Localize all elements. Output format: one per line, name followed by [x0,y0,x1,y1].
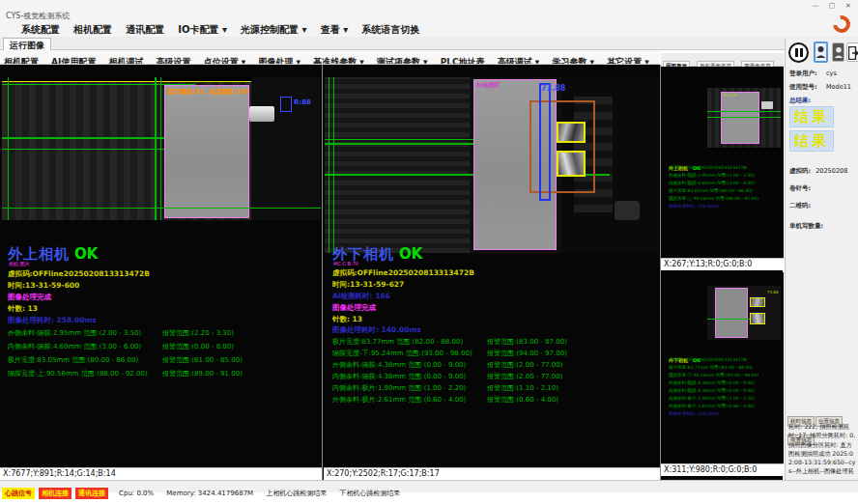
write-count-field: 单机写数量: [789,213,823,232]
upper-thumb-coords: X:267;Y:13;R:0;G:0;B:0 [661,258,784,270]
qr-code-field: 二维码: [789,193,811,211]
measurement-row: 极片宽度:83.05mm 范围:(80.00 - 86.00)报警范围:(81.… [8,355,317,365]
measurement-row: 内侧余料-隔膜:4.60mm 范围:(3.00 - 6.00)报警范围:(0.0… [8,342,317,351]
tool-plc-address[interactable]: PLC地址表 [441,56,485,65]
upper-camera-image[interactable]: 固定阈值:93, 动态阈值:100 R:88 [2,77,321,220]
user-login-button[interactable] [814,42,828,63]
thumb-text-row: 内侧余料-隔膜:4.60mm 范围:(3.00 - 6.00) [669,181,780,185]
exit-door-icon [848,46,858,60]
model-value: Mode11 [826,83,851,91]
tool-image-processing[interactable]: 图像处理 ▾ [258,56,300,65]
result-box-2: 结果 [789,130,834,152]
ai-region-label: AI检测区 [476,81,500,90]
menu-camera-config[interactable]: 相机配置 [73,22,112,37]
tool-ai-config[interactable]: AI使用配置 [51,56,96,65]
thumb-text-row: 隔膜宽度-上:90.56mm 范围:(88.00 - 92.00) [669,196,780,201]
upper-camera-result: OK [74,245,98,263]
pause-button[interactable] [788,42,809,63]
login-user-label: 登录用户: [789,70,817,78]
lower-status-line: 图像处理完成 [332,303,376,313]
user-icon [815,45,826,59]
tab-run-image[interactable]: 运行图像 [3,38,51,50]
tool-learning-params[interactable]: 学习参数 ▾ [552,56,594,65]
menu-bar: 系统配置 相机配置 通讯配置 IO卡配置 ▾ 光源控制配置 ▾ 查看 ▾ 系统语… [0,21,858,37]
upper-thumbnail-panel[interactable]: 93 100 外上相机 OK 虚拟码:OFFline20250208133134… [661,67,784,270]
lower-barcode-line: 虚拟码:OFFline2025020813313472B [332,268,474,278]
lower-camera-subtitle: MC:C B:70 [333,261,358,266]
thumb-text-row: 图像处理耗时: 140.00ms [669,411,780,416]
lower-thumbnail-image: 73.88 [707,286,781,340]
tool-other-settings[interactable]: 其它设置 ▾ [607,56,649,65]
menu-system-config[interactable]: 系统配置 [21,22,60,37]
title-bar: CYS-视觉检测系统 — □ ✕ [0,0,858,21]
tool-position-settings[interactable]: 点位设置 ▾ [204,56,246,65]
tool-advanced-settings[interactable]: 高级设置 [157,56,191,65]
tool-advanced-debug[interactable]: 高级调试 ▾ [498,56,540,65]
measurement-row: 外侧余料-极片:2.61mm 范围:(0.60 - 4.00)报警范围:(0.6… [332,395,656,405]
app-window: CYS-视觉检测系统 — □ ✕ C 系统配置 相机配置 通讯配置 IO卡配置 … [0,0,858,504]
blue-marker-box [280,97,292,112]
lower-thumbnail-panel[interactable]: 73.88 外下相机 OK 虚拟码:OFFline202502081331347… [661,272,784,476]
heartbeat-status-badge: 心跳信号 [2,488,35,499]
menu-language-switch[interactable]: 系统语言切换 [361,22,419,37]
status-bar: 心跳信号相机连接通讯连接 Cpu: 0.0% Memory: 3424.4179… [0,480,858,492]
processing-info-text: 耗时: 222, 拍照检测耗时: 17, 拍照分类耗时: 0, 拍照图像分区耗时… [788,422,857,478]
thumb-text-row: 内侧余料-隔膜:4.38mm 范围:(0.00 - 9.00) [669,388,780,393]
lower-camera-heartbeat-text: 下相机心跳检测结果 [339,489,400,498]
thumb-text-row: 外侧余料-隔膜:2.95mm 范围:(2.00 - 3.50) [669,173,780,178]
lower-time-line: 时间:13-31-59-627 [332,280,404,290]
upper-camera-subtitle: 相机:图片 [9,261,30,266]
maximize-button[interactable]: □ [824,1,840,12]
tool-test-params[interactable]: 测试项参数 ▾ [377,56,428,65]
tool-camera-debug[interactable]: 相机调试 [109,56,144,65]
panel-divider [322,65,323,480]
measurement-row: 内侧余料-隔膜:4.38mm 范围:(0.00 - 9.00)报警范围:(2.0… [332,372,656,381]
lower-ai-time-line: AI检测耗时: 166 [332,292,390,301]
memory-usage-text: Memory: 3424.4179687M [166,490,253,497]
probe-object [249,106,274,122]
thumb-text-row: 外侧余料-极片:2.61mm 范围:(0.60 - 4.00) [669,404,780,408]
thumb-text-row: 虚拟码:OFFline2025020813313472B [669,165,780,170]
menu-io-config[interactable]: IO卡配置 ▾ [178,22,227,37]
tab-detect-box-1 [557,122,586,143]
menu-view[interactable]: 查看 ▾ [321,22,349,37]
thumb-overlay-label: 73.88 [767,290,778,294]
cpu-usage-text: Cpu: 0.0% [119,490,154,497]
thumb-text-row: 极片宽度:83.77mm 范围:(82.00 - 88.00) [669,365,780,370]
menu-light-config[interactable]: 光源控制配置 ▾ [241,22,307,37]
blue-marker-label: R:88 [294,98,311,106]
lower-camera-coords: X:270;Y:2502;R:17;G:17;B:17 [324,467,660,480]
upper-barcode-line: 虚拟码:OFFline2025020813313472B [8,269,150,279]
measurement-row: 隔膜宽度-上:90.56mm 范围:(88.00 - 92.00)报警范围:(8… [8,369,317,378]
user-dark-icon [834,46,844,59]
pause-icon [795,48,798,57]
close-button[interactable]: ✕ [841,1,856,12]
lower-camera-result: OK [399,245,422,263]
user-manage-button[interactable] [832,42,844,62]
tool-baseline-params[interactable]: 基准线参数 ▾ [313,56,364,65]
thumb-layout-tabs: 画面显示 所有画面布局 两画面布局 [661,53,784,67]
thumb-overlay-label: 93 100 [723,93,736,98]
upper-needle-line: 针数: 13 [8,304,38,314]
control-panel: 登录用户: cys 使用型号: Mode11 总结果: 结果 结果 虚拟码: 2… [785,39,858,480]
exit-button[interactable] [846,42,858,62]
tool-camera-config[interactable]: 相机配置 [4,56,39,65]
lower-process-time-line: 图像处理耗时: 140.00ms [332,325,421,335]
upper-process-time-line: 图像处理耗时: 258.00ms [8,316,97,325]
upper-camera-heartbeat-text: 上相机心跳检测结果 [266,489,327,498]
lower-needle-line: 针数: 13 [332,315,362,324]
lower-camera-image[interactable]: AI检测区 73.88 [325,77,659,253]
result-box-1: 结果 [789,106,834,127]
film-region-box [164,85,249,218]
thumb-text-row: 极片宽度:83.05mm 范围:(80.00 - 86.00) [669,188,780,193]
threshold-overlay-label: 固定阈值:93, 动态阈值:100 [167,88,249,97]
thumb-text-row: 虚拟码:OFFline2025020813313472B [669,357,780,362]
upper-camera-coords: X:7677;Y:891;R:14;G:14;B:14 [0,467,322,480]
needle-no-field: 卷针号: [789,176,811,194]
menu-comm-config[interactable]: 通讯配置 [126,22,164,37]
barcode-field: 虚拟码: 20250208 [789,158,847,177]
minimize-button[interactable]: — [808,1,823,12]
toolbar: 相机配置 AI使用配置 相机调试 高级设置 点位设置 ▾ 图像处理 ▾ 基准线参… [0,50,660,65]
thumb-text-row: 内侧余料-极片:1.90mm 范围:(1.00 - 2.20) [669,396,780,401]
tab-detect-box-2 [557,151,586,177]
